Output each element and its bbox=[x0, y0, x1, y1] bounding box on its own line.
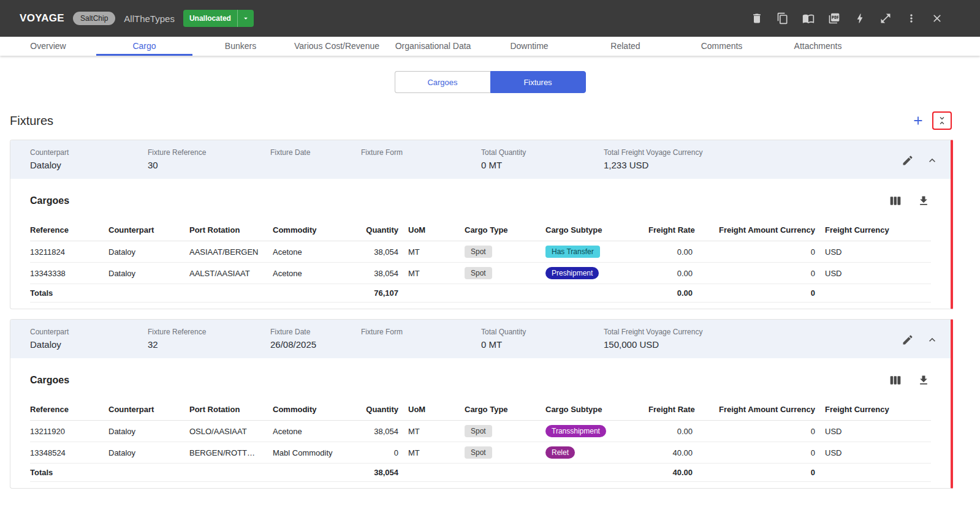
toggle-fixtures-button[interactable]: Fixtures bbox=[490, 71, 586, 93]
cargo-row[interactable]: 13343338 Dataloy AALST/AASIAAT Acetone 3… bbox=[30, 263, 931, 284]
fixtures-section-actions bbox=[910, 111, 952, 130]
fixture-card: Counterpart Dataloy Fixture Reference 30… bbox=[10, 140, 953, 309]
cargo-row[interactable]: 13211824 Dataloy AASIAAT/BERGEN Acetone … bbox=[30, 241, 931, 263]
plus-icon bbox=[911, 114, 925, 127]
field-counterpart: Counterpart Dataloy bbox=[30, 328, 148, 350]
col-uom: UoM bbox=[408, 399, 465, 421]
view-toggle: Cargoes Fixtures bbox=[0, 71, 980, 93]
field-fixture-reference: Fixture Reference 32 bbox=[148, 328, 270, 350]
col-uom: UoM bbox=[408, 219, 465, 241]
pdf-icon bbox=[828, 12, 840, 24]
copy-button[interactable] bbox=[775, 11, 790, 26]
status-dropdown-button[interactable]: Unallocated bbox=[183, 10, 254, 27]
cargo-row[interactable]: 13211920 Dataloy OSLO/AASIAAT Acetone 38… bbox=[30, 421, 931, 442]
field-fixture-form: Fixture Form bbox=[361, 328, 481, 350]
close-icon bbox=[931, 12, 943, 24]
expand-button[interactable] bbox=[878, 11, 893, 26]
cargo-subtype-badge: Preshipment bbox=[545, 267, 599, 279]
tab-various-cost-revenue[interactable]: Various Cost/Revenue bbox=[289, 37, 385, 56]
field-total-freight: Total Freight Voyage Currency 150,000 US… bbox=[604, 328, 900, 350]
cargo-subtype-badge: Has Transfer bbox=[545, 246, 600, 258]
edit-fixture-button[interactable] bbox=[900, 333, 915, 347]
field-total-quantity: Total Quantity 0 MT bbox=[481, 148, 604, 171]
col-cargo-type: Cargo Type bbox=[465, 399, 545, 421]
more-button[interactable] bbox=[904, 11, 919, 26]
col-freight-rate: Freight Rate bbox=[648, 219, 702, 241]
columns-button[interactable] bbox=[888, 194, 903, 208]
pdf-button[interactable] bbox=[827, 11, 841, 26]
col-quantity: Quantity bbox=[344, 399, 408, 421]
collapse-fixture-button[interactable] bbox=[925, 333, 940, 347]
tab-organisational-data[interactable]: Organisational Data bbox=[385, 37, 481, 56]
cargoes-table: Reference Counterpart Port Rotation Comm… bbox=[30, 399, 931, 482]
cargo-row[interactable]: 13348524 Dataloy BERGEN/ROTT… Mabl Commo… bbox=[30, 442, 931, 464]
field-total-freight: Total Freight Voyage Currency 1,233 USD bbox=[604, 148, 900, 171]
col-counterpart: Counterpart bbox=[108, 219, 189, 241]
tab-overview[interactable]: Overview bbox=[0, 37, 96, 56]
download-button[interactable] bbox=[916, 194, 931, 208]
cargoes-header: Cargoes bbox=[30, 373, 931, 388]
col-counterpart: Counterpart bbox=[108, 399, 189, 421]
col-cargo-type: Cargo Type bbox=[465, 219, 545, 241]
tab-bunkers[interactable]: Bunkers bbox=[192, 37, 289, 56]
col-reference: Reference bbox=[30, 219, 108, 241]
fixture-actions bbox=[900, 153, 940, 168]
col-freight-currency: Freight Currency bbox=[825, 219, 931, 241]
col-cargo-subtype: Cargo Subtype bbox=[545, 399, 648, 421]
fixture-actions bbox=[900, 333, 940, 347]
tab-cargo[interactable]: Cargo bbox=[96, 37, 192, 56]
fixtures-section-title: Fixtures bbox=[10, 114, 53, 128]
columns-icon bbox=[889, 195, 902, 207]
cargoes-section: Cargoes Reference Counterpart bbox=[10, 358, 951, 488]
col-freight-rate: Freight Rate bbox=[648, 399, 702, 421]
col-freight-amount-currency: Freight Amount Currency bbox=[702, 219, 825, 241]
columns-button[interactable] bbox=[888, 373, 903, 388]
table-header-row: Reference Counterpart Port Rotation Comm… bbox=[30, 219, 931, 241]
collapse-all-button[interactable] bbox=[932, 111, 952, 130]
toggle-cargoes-button[interactable]: Cargoes bbox=[395, 71, 490, 93]
close-button[interactable] bbox=[930, 11, 944, 26]
fixtures-section-header: Fixtures bbox=[0, 111, 980, 130]
col-port-rotation: Port Rotation bbox=[189, 399, 273, 421]
edit-fixture-button[interactable] bbox=[900, 153, 915, 168]
copy-icon bbox=[777, 12, 789, 24]
add-fixture-button[interactable] bbox=[910, 113, 926, 129]
download-icon bbox=[917, 195, 930, 207]
field-counterpart: Counterpart Dataloy bbox=[30, 148, 148, 171]
tab-downtime[interactable]: Downtime bbox=[481, 37, 577, 56]
more-vert-icon bbox=[905, 12, 917, 24]
cargo-type-badge: Spot bbox=[465, 425, 492, 437]
delete-icon bbox=[751, 12, 763, 24]
download-icon bbox=[917, 374, 930, 386]
tab-comments[interactable]: Comments bbox=[674, 37, 770, 56]
col-commodity: Commodity bbox=[273, 219, 344, 241]
main-tabbar: Overview Cargo Bunkers Various Cost/Reve… bbox=[0, 37, 980, 56]
cargo-type-badge: Spot bbox=[465, 267, 492, 279]
col-reference: Reference bbox=[30, 399, 108, 421]
cargoes-header: Cargoes bbox=[30, 194, 931, 208]
tab-attachments[interactable]: Attachments bbox=[770, 37, 866, 56]
col-quantity: Quantity bbox=[344, 219, 408, 241]
cargo-type-badge: Spot bbox=[465, 246, 492, 258]
voyage-title-bar: VOYAGE SaltChip AllTheTypes Unallocated bbox=[0, 0, 980, 37]
cargoes-actions bbox=[888, 373, 931, 388]
col-freight-amount-currency: Freight Amount Currency bbox=[702, 399, 825, 421]
toolbar-icons bbox=[750, 11, 944, 26]
col-commodity: Commodity bbox=[273, 399, 344, 421]
bolt-icon bbox=[854, 12, 866, 24]
cargo-subtype-badge: Transshipment bbox=[545, 425, 606, 437]
chevron-down-icon bbox=[237, 10, 254, 27]
tab-related[interactable]: Related bbox=[577, 37, 674, 56]
cargo-type-badge: Spot bbox=[465, 446, 492, 459]
delete-button[interactable] bbox=[750, 11, 764, 26]
bolt-button[interactable] bbox=[853, 11, 867, 26]
collapse-fixture-button[interactable] bbox=[925, 153, 940, 168]
report-button[interactable] bbox=[801, 11, 816, 26]
download-button[interactable] bbox=[916, 373, 931, 388]
totals-row: Totals 76,107 0.00 0 bbox=[30, 284, 931, 303]
fixture-summary-bar: Counterpart Dataloy Fixture Reference 32… bbox=[10, 320, 951, 358]
col-freight-currency: Freight Currency bbox=[825, 399, 931, 421]
cargoes-title: Cargoes bbox=[30, 375, 69, 386]
chevron-up-icon bbox=[926, 334, 938, 346]
status-label: Unallocated bbox=[183, 10, 237, 27]
